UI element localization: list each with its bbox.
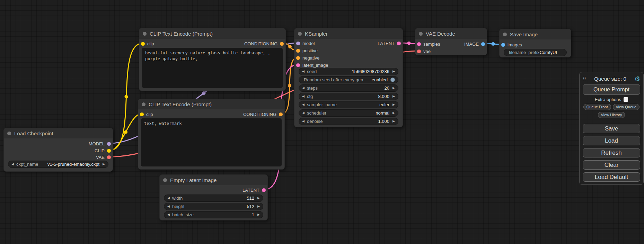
latent-output-dot[interactable] (397, 42, 401, 45)
increment-arrow-icon[interactable]: ▶ (257, 197, 260, 200)
vae-input-dot[interactable] (417, 49, 421, 53)
node-empty-latent-image[interactable]: Empty Latent Image LATENT ◀ width 512 ▶ … (159, 174, 268, 220)
input-slot-images[interactable]: images (501, 42, 522, 48)
batch-size-widget[interactable]: ◀ batch_size 1 ▶ (164, 211, 263, 218)
input-slot-clip[interactable]: clip (141, 41, 154, 47)
random-seed-toggle-widget[interactable]: Random seed after every gen enabled (299, 76, 398, 83)
input-slot-samples[interactable]: samples (417, 41, 440, 47)
seed-widget[interactable]: ◀ seed 156680208700286 ▶ (299, 68, 398, 75)
decrement-arrow-icon[interactable]: ◀ (302, 103, 305, 106)
vae-output-dot[interactable] (107, 155, 111, 159)
queue-front-button[interactable]: Queue Front (583, 104, 611, 110)
collapse-icon[interactable] (419, 32, 423, 36)
increment-arrow-icon[interactable]: ▶ (392, 120, 395, 123)
toggle-dot-icon[interactable] (390, 78, 395, 82)
node-title-bar[interactable]: CLIP Text Encode (Prompt) (138, 99, 284, 109)
collapse-icon[interactable] (503, 33, 507, 36)
decrement-arrow-icon[interactable]: ◀ (167, 197, 170, 200)
steps-widget[interactable]: ◀ steps 20 ▶ (299, 84, 398, 92)
images-input-dot[interactable] (501, 43, 505, 47)
clip-input-dot[interactable] (140, 112, 144, 116)
collapse-icon[interactable] (143, 32, 147, 36)
model-output-dot[interactable] (107, 142, 111, 146)
clip-output-dot[interactable] (107, 149, 111, 153)
decrement-arrow-icon[interactable]: ◀ (302, 70, 305, 73)
positive-input-dot[interactable] (296, 49, 300, 53)
view-history-button[interactable]: View History (598, 112, 625, 118)
input-slot-latent-image[interactable]: latent_image (296, 62, 328, 68)
node-clip-text-encode-positive[interactable]: CLIP Text Encode (Prompt) clip CONDITION… (139, 28, 286, 91)
decrement-arrow-icon[interactable]: ◀ (167, 213, 170, 216)
increment-arrow-icon[interactable]: ▶ (392, 103, 395, 106)
decrement-arrow-icon[interactable]: ◀ (11, 163, 14, 166)
height-widget[interactable]: ◀ height 512 ▶ (164, 203, 263, 210)
latent-output-dot[interactable] (262, 188, 266, 192)
node-load-checkpoint[interactable]: Load Checkpoint MODEL CLIP VAE ◀ ckpt_na… (3, 128, 113, 172)
node-title-bar[interactable]: Save Image (500, 29, 571, 39)
input-slot-negative[interactable]: negative (296, 55, 319, 61)
ckpt-name-widget[interactable]: ◀ ckpt_name v1-5-pruned-emaonly.ckpt ▶ (8, 161, 108, 168)
queue-prompt-button[interactable]: Queue Prompt (583, 84, 640, 95)
drag-handle-icon[interactable]: ⠿ (583, 76, 586, 82)
increment-arrow-icon[interactable]: ▶ (392, 70, 395, 73)
decrement-arrow-icon[interactable]: ◀ (302, 95, 305, 98)
node-title-bar[interactable]: Empty Latent Image (160, 175, 267, 185)
output-slot-image[interactable]: IMAGE (464, 41, 485, 47)
increment-arrow-icon[interactable]: ▶ (392, 87, 395, 90)
input-slot-clip[interactable]: clip (140, 111, 153, 117)
decrement-arrow-icon[interactable]: ◀ (167, 205, 170, 208)
positive-prompt-textarea[interactable]: beautiful scenery nature glass bottle la… (142, 48, 283, 88)
output-slot-clip[interactable]: CLIP (95, 148, 111, 154)
node-title-bar[interactable]: CLIP Text Encode (Prompt) (139, 28, 285, 39)
collapse-icon[interactable] (298, 32, 302, 36)
conditioning-output-dot[interactable] (280, 42, 284, 46)
view-queue-button[interactable]: View Queue (613, 104, 640, 110)
samples-input-dot[interactable] (417, 42, 421, 46)
width-widget[interactable]: ◀ width 512 ▶ (164, 195, 263, 202)
refresh-button[interactable]: Refresh (583, 148, 640, 157)
settings-gear-icon[interactable]: ⚙ (634, 75, 640, 82)
node-clip-text-encode-negative[interactable]: CLIP Text Encode (Prompt) clip CONDITION… (138, 99, 285, 170)
output-slot-vae[interactable]: VAE (96, 154, 111, 160)
clip-input-dot[interactable] (141, 42, 145, 46)
collapse-icon[interactable] (163, 178, 167, 182)
output-slot-model[interactable]: MODEL (89, 141, 111, 147)
input-slot-positive[interactable]: positive (296, 48, 318, 54)
filename-prefix-widget[interactable]: filename_prefix ComfyUI (504, 49, 567, 56)
output-slot-conditioning[interactable]: CONDITIONING (243, 111, 283, 117)
decrement-arrow-icon[interactable]: ◀ (302, 120, 305, 123)
decrement-arrow-icon[interactable]: ◀ (302, 111, 305, 115)
clear-button[interactable]: Clear (583, 160, 640, 170)
node-title-bar[interactable]: VAE Decode (415, 28, 487, 39)
node-save-image[interactable]: Save Image images filename_prefix ComfyU… (499, 29, 571, 57)
node-vae-decode[interactable]: VAE Decode samples vae IMAGE (415, 28, 487, 55)
load-button[interactable]: Load (583, 136, 640, 145)
extra-options-checkbox[interactable] (624, 97, 628, 102)
increment-arrow-icon[interactable]: ▶ (392, 95, 395, 98)
increment-arrow-icon[interactable]: ▶ (257, 213, 260, 216)
latent-image-input-dot[interactable] (296, 63, 300, 67)
input-slot-model[interactable]: model (296, 40, 315, 46)
negative-input-dot[interactable] (296, 56, 300, 60)
negative-prompt-textarea[interactable]: text, watermark (141, 118, 282, 166)
node-ksampler[interactable]: KSampler model positive negative latent_… (294, 28, 403, 127)
node-title-bar[interactable]: KSampler (294, 28, 403, 39)
sampler-name-widget[interactable]: ◀ sampler_name euler ▶ (299, 101, 398, 108)
decrement-arrow-icon[interactable]: ◀ (302, 87, 305, 90)
cfg-widget[interactable]: ◀ cfg 8.000 ▶ (299, 93, 398, 100)
load-default-button[interactable]: Load Default (583, 172, 640, 182)
collapse-icon[interactable] (7, 132, 11, 135)
node-title-bar[interactable]: Load Checkpoint (4, 128, 113, 138)
input-slot-vae[interactable]: vae (417, 48, 431, 54)
save-button[interactable]: Save (583, 124, 640, 133)
output-slot-latent[interactable]: LATENT (378, 40, 401, 46)
image-output-dot[interactable] (481, 42, 485, 46)
conditioning-output-dot[interactable] (279, 112, 283, 116)
increment-arrow-icon[interactable]: ▶ (103, 163, 105, 166)
output-slot-conditioning[interactable]: CONDITIONING (244, 41, 284, 47)
model-input-dot[interactable] (296, 42, 300, 45)
collapse-icon[interactable] (142, 102, 145, 106)
increment-arrow-icon[interactable]: ▶ (392, 111, 395, 115)
increment-arrow-icon[interactable]: ▶ (257, 205, 260, 208)
output-slot-latent[interactable]: LATENT (242, 187, 266, 193)
